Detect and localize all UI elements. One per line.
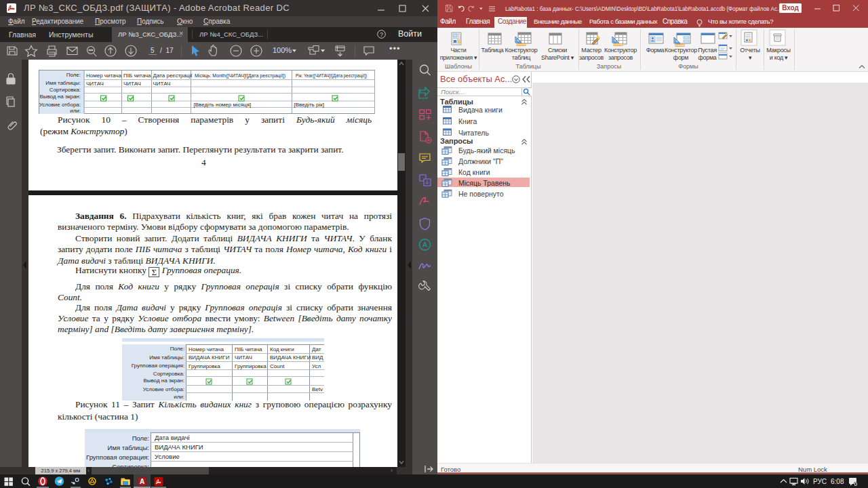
svg-text:A: A <box>140 478 144 485</box>
svg-text:?: ? <box>380 31 383 38</box>
